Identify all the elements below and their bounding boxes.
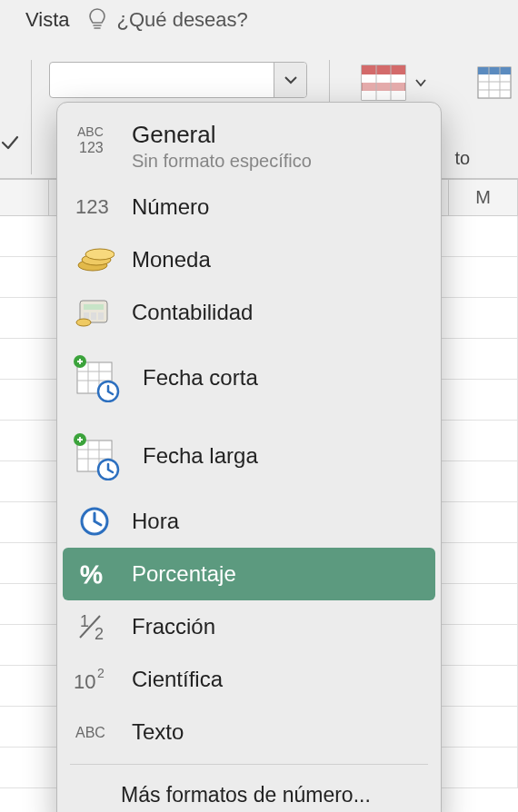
svg-text:123: 123 (75, 195, 109, 218)
number-format-combo[interactable] (49, 62, 307, 98)
conditional-formatting-icon (358, 62, 409, 104)
svg-rect-3 (362, 83, 405, 91)
svg-text:123: 123 (79, 140, 104, 155)
checkmark-icon (0, 133, 20, 153)
currency-icon (72, 241, 117, 279)
menu-item-label: Más formatos de número... (121, 783, 371, 807)
scientific-icon: 10 2 (72, 660, 117, 698)
menu-item-fraction[interactable]: 1 2 Fracción (57, 600, 441, 653)
menu-item-label: Texto (132, 719, 184, 745)
svg-rect-22 (91, 312, 96, 320)
long-date-icon (72, 431, 128, 480)
menu-item-label: Número (132, 194, 209, 220)
tab-vista[interactable]: Vista (25, 8, 70, 32)
menu-item-time[interactable]: Hora (57, 495, 441, 548)
menu-item-long-date[interactable]: Fecha larga (57, 417, 441, 495)
accounting-icon (72, 293, 117, 332)
menu-item-currency[interactable]: Moneda (57, 233, 441, 286)
svg-text:%: % (80, 560, 103, 589)
menu-item-label: General (132, 121, 312, 149)
menu-item-label: Contabilidad (132, 300, 253, 325)
ribbon-left-partial (0, 54, 31, 180)
menu-item-label: Fracción (132, 614, 215, 639)
ribbon-divider (31, 60, 32, 174)
svg-text:ABC: ABC (77, 124, 104, 139)
column-header[interactable] (0, 180, 49, 215)
number-format-menu: ABC 123 General Sin formato específico 1… (56, 102, 442, 812)
menu-item-scientific[interactable]: 10 2 Científica (57, 653, 441, 706)
format-as-table-button[interactable] (476, 62, 513, 104)
svg-point-24 (76, 319, 91, 326)
number-format-dropdown-arrow[interactable] (274, 63, 306, 97)
chevron-down-icon (284, 74, 298, 85)
ribbon-tabs: Vista ¿Qué deseas? (0, 0, 518, 40)
menu-item-accounting[interactable]: Contabilidad (57, 286, 441, 339)
number-format-display[interactable] (50, 63, 274, 97)
svg-rect-2 (362, 74, 405, 83)
menu-item-label: Hora (132, 509, 179, 534)
svg-rect-4 (362, 91, 405, 100)
svg-rect-23 (98, 312, 104, 320)
menu-item-label: Porcentaje (132, 561, 236, 587)
svg-rect-8 (478, 67, 511, 74)
time-icon (72, 502, 117, 540)
svg-text:2: 2 (95, 625, 104, 643)
chevron-down-icon (414, 78, 427, 87)
conditional-formatting-button[interactable] (358, 62, 427, 104)
text-icon: ABC (72, 713, 117, 751)
menu-item-percentage[interactable]: % Porcentaje (63, 548, 435, 600)
menu-item-short-date[interactable]: Fecha corta (57, 339, 441, 417)
svg-text:1: 1 (80, 612, 89, 630)
menu-item-general[interactable]: ABC 123 General Sin formato específico (57, 110, 441, 181)
svg-rect-20 (84, 304, 104, 310)
menu-item-label: Fecha corta (143, 365, 258, 391)
short-date-icon (72, 353, 128, 402)
menu-item-text[interactable]: ABC Texto (57, 706, 441, 758)
svg-point-18 (85, 249, 115, 260)
number-icon: 123 (72, 188, 117, 226)
fraction-icon: 1 2 (72, 608, 117, 646)
menu-item-more-formats[interactable]: Más formatos de número... (57, 770, 441, 812)
tell-me-label: ¿Qué deseas? (117, 8, 248, 32)
svg-text:10: 10 (74, 670, 95, 693)
menu-item-number[interactable]: 123 Número (57, 181, 441, 233)
menu-item-label: Científica (132, 667, 223, 692)
svg-text:ABC: ABC (75, 725, 105, 740)
menu-item-sublabel: Sin formato específico (132, 151, 312, 172)
menu-item-label: Moneda (132, 247, 211, 272)
general-icon: ABC 123 (72, 121, 117, 159)
lightbulb-icon (86, 9, 108, 31)
menu-item-label: Fecha larga (143, 443, 258, 469)
column-header-m[interactable]: M (449, 180, 518, 215)
svg-rect-1 (362, 65, 405, 74)
svg-text:2: 2 (97, 666, 105, 680)
menu-separator (70, 764, 428, 765)
percentage-icon: % (72, 555, 117, 593)
tell-me-button[interactable]: ¿Qué deseas? (86, 8, 248, 32)
